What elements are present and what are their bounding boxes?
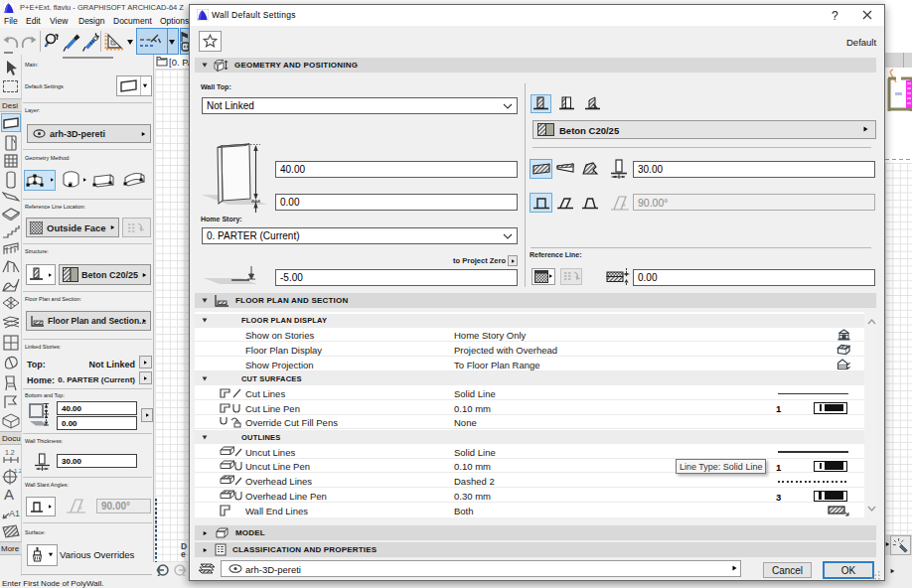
svg-text:α: α bbox=[622, 202, 626, 208]
svg-text:α: α bbox=[78, 505, 82, 511]
svg-text:1.2: 1.2 bbox=[14, 468, 21, 474]
svg-text:A1: A1 bbox=[9, 509, 20, 518]
svg-text:1.2: 1.2 bbox=[5, 449, 15, 456]
